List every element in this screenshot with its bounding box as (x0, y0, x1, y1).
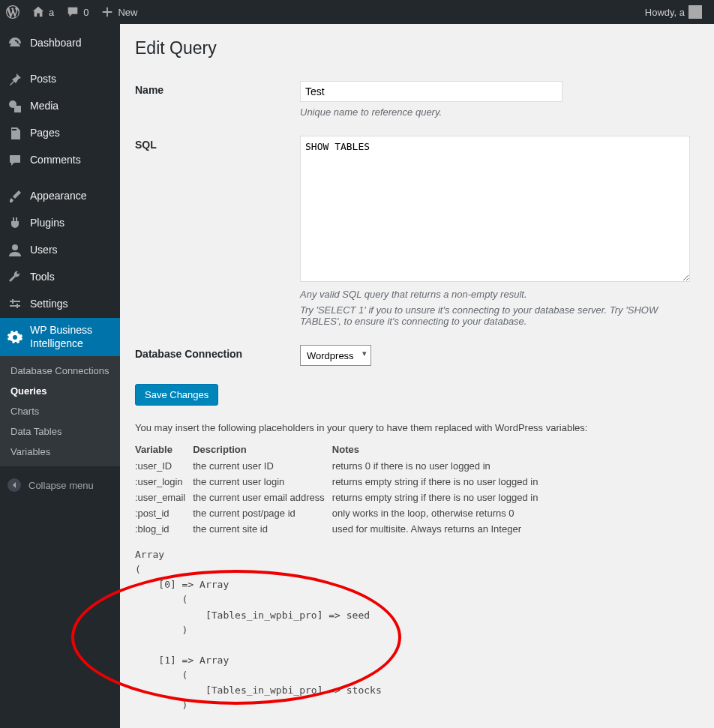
pin-icon (8, 72, 22, 87)
pages-icon (8, 126, 22, 141)
sidebar-item-media[interactable]: Media (0, 93, 120, 120)
table-row: :user_ID the current user ID returns 0 i… (135, 458, 545, 474)
page-title: Edit Query (135, 31, 699, 72)
table-row: :user_login the current user login retur… (135, 474, 545, 490)
sidebar-item-plugins[interactable]: Plugins (0, 210, 120, 237)
sql-label: SQL (135, 136, 300, 151)
new-content-label: New (118, 7, 137, 18)
sidebar-item-label: Plugins (30, 217, 64, 230)
name-label: Name (135, 81, 300, 96)
new-content-menu[interactable]: New (94, 0, 143, 24)
query-output: Array ( [0] => Array ( [Tables_in_wpbi_p… (135, 547, 699, 714)
sliders-icon (8, 297, 22, 312)
plugin-icon (8, 216, 22, 231)
sidebar-subitem-database-connections[interactable]: Database Connections (0, 361, 120, 381)
sidebar-item-label: Users (30, 244, 58, 257)
sidebar-item-label: Tools (30, 271, 55, 284)
site-name-menu[interactable]: a (26, 0, 60, 24)
sidebar-item-posts[interactable]: Posts (0, 66, 120, 93)
dashboard-icon (8, 36, 22, 51)
sidebar-item-label: Settings (30, 298, 68, 311)
sidebar-item-label: Dashboard (30, 37, 82, 50)
sidebar-subitem-queries[interactable]: Queries (0, 381, 120, 401)
sidebar-item-comments[interactable]: Comments (0, 147, 120, 174)
wrench-icon (8, 270, 22, 285)
placeholders-intro: You may insert the following placeholder… (135, 422, 699, 433)
media-icon (8, 99, 22, 114)
admin-sidebar: Dashboard Posts Media Pages Comments App… (0, 24, 120, 728)
db-connection-select[interactable]: Wordpress (300, 345, 371, 366)
user-icon (8, 243, 22, 258)
account-menu[interactable]: Howdy, a (639, 0, 708, 24)
table-row: :post_id the current post/page id only w… (135, 505, 545, 521)
form-row-name: Name Unique name to reference query. (135, 72, 699, 127)
site-name-text: a (49, 7, 54, 18)
table-row: :user_email the current user email addre… (135, 490, 545, 505)
name-input[interactable] (300, 81, 562, 102)
sql-hint-2: Try 'SELECT 1' if you to unsure it's con… (300, 304, 690, 327)
wp-logo-menu[interactable] (0, 0, 26, 24)
vars-th-notes: Notes (332, 441, 546, 458)
svg-point-1 (12, 244, 18, 250)
admin-toolbar: a 0 New Howdy, a (0, 0, 714, 24)
comments-menu[interactable]: 0 (60, 0, 94, 24)
vars-th-description: Description (193, 441, 332, 458)
comment-icon (8, 153, 22, 168)
sidebar-subitem-data-tables[interactable]: Data Tables (0, 421, 120, 442)
sidebar-item-pages[interactable]: Pages (0, 120, 120, 147)
wordpress-icon (6, 5, 20, 19)
home-icon (32, 5, 45, 19)
form-row-sql: SQL Any valid SQL query that returns a n… (135, 127, 699, 336)
sidebar-subitem-variables[interactable]: Variables (0, 442, 120, 462)
gear-icon (8, 330, 22, 345)
sidebar-item-label: Posts (30, 73, 56, 86)
collapse-label: Collapse menu (28, 480, 94, 491)
sidebar-item-label: Media (30, 100, 58, 113)
collapse-menu-button[interactable]: Collapse menu (0, 471, 120, 499)
collapse-icon (8, 478, 21, 492)
howdy-text: Howdy, a (645, 7, 685, 18)
sidebar-item-appearance[interactable]: Appearance (0, 183, 120, 210)
sidebar-subitem-charts[interactable]: Charts (0, 401, 120, 421)
sidebar-item-users[interactable]: Users (0, 237, 120, 264)
sidebar-item-label: Appearance (30, 190, 87, 203)
sql-hint-1: Any valid SQL query that returns a non-e… (300, 289, 690, 300)
sidebar-item-dashboard[interactable]: Dashboard (0, 30, 120, 57)
variables-table: Variable Description Notes :user_ID the … (135, 441, 545, 537)
table-row: :blog_id the current site id used for mu… (135, 521, 545, 537)
avatar (688, 5, 702, 19)
brush-icon (8, 189, 22, 204)
sidebar-item-wp-business-intelligence[interactable]: WP Business Intelligence (0, 318, 120, 356)
sidebar-item-settings[interactable]: Settings (0, 291, 120, 318)
sidebar-item-label: WP Business Intelligence (30, 324, 114, 350)
sql-textarea[interactable] (300, 136, 690, 282)
name-hint: Unique name to reference query. (300, 106, 690, 118)
plus-icon (100, 5, 114, 19)
main-content: Edit Query Name Unique name to reference… (120, 24, 714, 728)
sidebar-item-tools[interactable]: Tools (0, 264, 120, 291)
sidebar-submenu: Database Connections Queries Charts Data… (0, 356, 120, 466)
comments-count: 0 (83, 7, 88, 18)
vars-th-variable: Variable (135, 441, 193, 458)
comments-icon (66, 5, 80, 19)
form-row-db: Database Connection Wordpress (135, 336, 699, 375)
db-label: Database Connection (135, 345, 300, 360)
sidebar-item-label: Comments (30, 154, 81, 167)
sidebar-item-label: Pages (30, 127, 60, 140)
save-changes-button[interactable]: Save Changes (135, 384, 218, 406)
